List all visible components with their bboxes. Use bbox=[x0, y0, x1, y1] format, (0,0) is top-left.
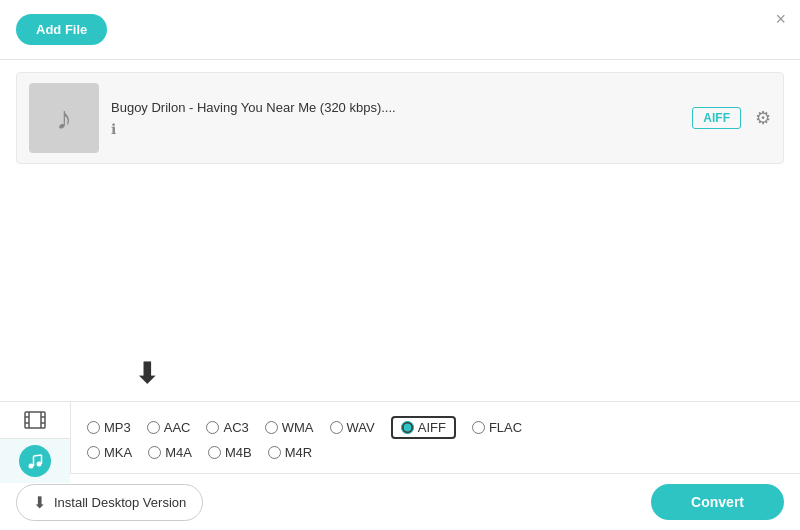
download-icon: ⬇ bbox=[33, 493, 46, 512]
format-option-aac[interactable]: AAC bbox=[147, 420, 191, 435]
label-aac: AAC bbox=[164, 420, 191, 435]
format-option-m4b[interactable]: M4B bbox=[208, 445, 252, 460]
label-mka: MKA bbox=[104, 445, 132, 460]
music-note-icon: ♪ bbox=[56, 100, 72, 137]
file-item: ♪ Bugoy Drilon - Having You Near Me (320… bbox=[16, 72, 784, 164]
format-option-m4a[interactable]: M4A bbox=[148, 445, 192, 460]
bottom-section: MP3 AAC AC3 WMA WAV bbox=[0, 401, 800, 530]
top-bar: Add File bbox=[0, 0, 800, 60]
settings-icon[interactable]: ⚙ bbox=[755, 107, 771, 129]
arrow-indicator: ⬇ bbox=[135, 357, 158, 390]
radio-ac3[interactable] bbox=[206, 421, 219, 434]
label-flac: FLAC bbox=[489, 420, 522, 435]
label-mp3: MP3 bbox=[104, 420, 131, 435]
info-icon[interactable]: ℹ bbox=[111, 121, 680, 137]
file-info: Bugoy Drilon - Having You Near Me (320 k… bbox=[111, 100, 680, 137]
format-badge[interactable]: AIFF bbox=[692, 107, 741, 129]
format-option-wma[interactable]: WMA bbox=[265, 420, 314, 435]
file-thumbnail: ♪ bbox=[29, 83, 99, 153]
format-option-flac[interactable]: FLAC bbox=[472, 420, 522, 435]
format-row-2: MKA M4A M4B M4R bbox=[87, 445, 784, 460]
radio-wav[interactable] bbox=[330, 421, 343, 434]
label-m4a: M4A bbox=[165, 445, 192, 460]
format-option-mp3[interactable]: MP3 bbox=[87, 420, 131, 435]
label-wav: WAV bbox=[347, 420, 375, 435]
format-option-m4r[interactable]: M4R bbox=[268, 445, 312, 460]
tab-video[interactable] bbox=[0, 402, 70, 439]
format-bar: MP3 AAC AC3 WMA WAV bbox=[0, 402, 800, 474]
format-tabs bbox=[0, 402, 71, 473]
label-m4r: M4R bbox=[285, 445, 312, 460]
radio-m4a[interactable] bbox=[148, 446, 161, 459]
label-ac3: AC3 bbox=[223, 420, 248, 435]
radio-mka[interactable] bbox=[87, 446, 100, 459]
radio-m4r[interactable] bbox=[268, 446, 281, 459]
file-name: Bugoy Drilon - Having You Near Me (320 k… bbox=[111, 100, 680, 115]
format-option-mka[interactable]: MKA bbox=[87, 445, 132, 460]
svg-rect-0 bbox=[25, 412, 45, 428]
radio-aiff[interactable] bbox=[401, 421, 414, 434]
file-actions: AIFF ⚙ bbox=[692, 107, 771, 129]
radio-m4b[interactable] bbox=[208, 446, 221, 459]
radio-wma[interactable] bbox=[265, 421, 278, 434]
install-button[interactable]: ⬇ Install Desktop Version bbox=[16, 484, 203, 521]
add-file-button[interactable]: Add File bbox=[16, 14, 107, 45]
label-wma: WMA bbox=[282, 420, 314, 435]
format-option-wav[interactable]: WAV bbox=[330, 420, 375, 435]
svg-line-11 bbox=[34, 455, 42, 456]
format-row-1: MP3 AAC AC3 WMA WAV bbox=[87, 416, 784, 439]
middle-area bbox=[0, 176, 800, 376]
format-option-aiff[interactable]: AIFF bbox=[391, 416, 456, 439]
radio-flac[interactable] bbox=[472, 421, 485, 434]
format-option-ac3[interactable]: AC3 bbox=[206, 420, 248, 435]
convert-button[interactable]: Convert bbox=[651, 484, 784, 520]
tab-audio[interactable] bbox=[0, 439, 70, 483]
label-aiff: AIFF bbox=[418, 420, 446, 435]
radio-mp3[interactable] bbox=[87, 421, 100, 434]
label-m4b: M4B bbox=[225, 445, 252, 460]
install-label: Install Desktop Version bbox=[54, 495, 186, 510]
radio-aac[interactable] bbox=[147, 421, 160, 434]
file-list: ♪ Bugoy Drilon - Having You Near Me (320… bbox=[0, 60, 800, 176]
audio-icon bbox=[19, 445, 51, 477]
format-options: MP3 AAC AC3 WMA WAV bbox=[71, 402, 800, 473]
close-button[interactable]: × bbox=[775, 10, 786, 28]
action-bar: ⬇ Install Desktop Version Convert bbox=[0, 474, 800, 530]
film-icon bbox=[23, 408, 47, 432]
